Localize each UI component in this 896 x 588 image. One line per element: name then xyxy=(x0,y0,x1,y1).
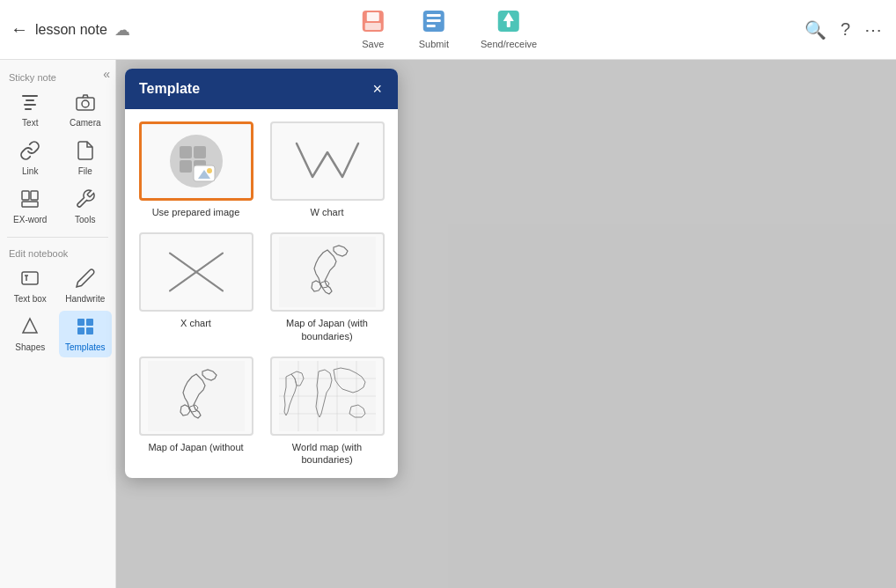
template-label-world-map-boundaries: World map (with boundaries) xyxy=(268,441,386,467)
cloud-sync-icon: ☁ xyxy=(114,20,130,40)
svg-rect-6 xyxy=(427,25,436,27)
template-thumb-w-chart xyxy=(270,121,385,201)
save-button[interactable]: Save xyxy=(343,0,403,55)
sidebar-item-tools[interactable]: Tools xyxy=(59,183,113,230)
world-map-boundaries-preview xyxy=(279,361,376,431)
edit-notebook-grid: Text box Handwrite Shapes Templates xyxy=(0,261,115,359)
sticky-note-section-label: Sticky note xyxy=(0,67,115,85)
template-thumb-map-japan-boundaries xyxy=(270,232,385,312)
template-dialog: Template × xyxy=(125,69,398,478)
sidebar: « Sticky note Text Camera Link File xyxy=(0,60,116,588)
prepared-image-preview xyxy=(157,130,236,192)
template-item-map-japan-without[interactable]: Map of Japan (without xyxy=(134,353,258,470)
svg-rect-16 xyxy=(22,191,29,200)
template-item-x-chart[interactable]: X chart xyxy=(134,229,258,346)
svg-point-15 xyxy=(82,100,89,107)
svg-marker-22 xyxy=(23,319,37,333)
dialog-close-button[interactable]: × xyxy=(371,79,384,99)
textbox-icon xyxy=(19,268,40,291)
sidebar-item-file[interactable]: File xyxy=(59,135,113,181)
svg-rect-29 xyxy=(194,146,206,158)
dialog-header: Template × xyxy=(125,69,398,109)
more-options-button[interactable]: ⋯ xyxy=(861,16,885,44)
w-chart-preview xyxy=(288,135,367,187)
sidebar-item-shapes[interactable]: Shapes xyxy=(4,311,57,357)
sticky-note-grid: Text Camera Link File EX-word xyxy=(0,85,115,232)
file-label: File xyxy=(78,166,92,176)
svg-rect-38 xyxy=(148,361,245,431)
app-title: lesson note xyxy=(35,22,107,38)
template-label-map-japan-boundaries: Map of Japan (with boundaries) xyxy=(268,317,386,342)
svg-rect-19 xyxy=(22,272,38,284)
svg-rect-24 xyxy=(86,319,93,326)
sidebar-divider-1 xyxy=(7,237,108,238)
svg-rect-9 xyxy=(507,20,510,27)
templates-icon xyxy=(75,316,96,340)
back-icon: ← xyxy=(11,19,28,40)
sidebar-item-templates[interactable]: Templates xyxy=(59,311,113,357)
x-chart-preview xyxy=(157,246,236,298)
template-item-w-chart[interactable]: W chart xyxy=(265,118,389,222)
template-thumb-x-chart xyxy=(139,232,253,312)
shapes-label: Shapes xyxy=(15,342,45,352)
svg-rect-4 xyxy=(427,14,441,17)
sidebar-item-handwrite[interactable]: Handwrite xyxy=(59,262,113,309)
text-label: Text xyxy=(22,118,38,128)
handwrite-label: Handwrite xyxy=(65,294,105,304)
svg-rect-30 xyxy=(180,160,192,173)
template-item-prepared-image[interactable]: Use prepared image xyxy=(134,118,258,222)
template-label-x-chart: X chart xyxy=(180,317,211,329)
modal-overlay: Template × xyxy=(116,60,896,588)
sidebar-item-camera[interactable]: Camera xyxy=(59,86,113,133)
template-label-prepared-image: Use prepared image xyxy=(152,206,240,218)
svg-rect-37 xyxy=(279,237,376,307)
edit-notebook-section-label: Edit notebook xyxy=(0,243,115,261)
send-receive-icon xyxy=(495,7,523,35)
sidebar-item-ex-word[interactable]: EX-word xyxy=(4,183,57,230)
svg-rect-5 xyxy=(427,19,441,22)
submit-label: Submit xyxy=(419,39,449,49)
save-icon xyxy=(359,7,387,35)
dialog-body: Use prepared image W chart xyxy=(125,109,398,478)
svg-rect-13 xyxy=(25,108,32,110)
sidebar-item-textbox[interactable]: Text box xyxy=(4,262,57,309)
template-thumb-world-map-boundaries xyxy=(270,356,385,436)
textbox-label: Text box xyxy=(14,294,47,304)
save-label: Save xyxy=(362,39,384,49)
submit-icon xyxy=(420,7,448,35)
svg-rect-12 xyxy=(24,104,36,106)
submit-icon-wrap xyxy=(420,7,448,35)
ex-word-icon xyxy=(19,188,40,212)
sidebar-item-text[interactable]: Text xyxy=(4,86,57,133)
tools-label: Tools xyxy=(75,215,95,224)
help-button[interactable]: ? xyxy=(837,16,854,43)
camera-label: Camera xyxy=(70,118,101,128)
svg-rect-28 xyxy=(180,146,192,158)
camera-icon xyxy=(75,92,96,115)
back-button[interactable]: ← xyxy=(11,19,28,40)
template-item-map-japan-boundaries[interactable]: Map of Japan (with boundaries) xyxy=(265,229,389,346)
template-thumb-map-japan-without xyxy=(139,356,253,436)
link-label: Link xyxy=(22,166,38,176)
zoom-button[interactable]: 🔍 xyxy=(801,16,830,44)
dialog-title: Template xyxy=(139,81,200,97)
svg-rect-11 xyxy=(26,99,34,101)
template-item-world-map-boundaries[interactable]: World map (with boundaries) xyxy=(265,353,389,470)
svg-rect-23 xyxy=(77,319,84,326)
sidebar-item-link[interactable]: Link xyxy=(4,135,57,181)
submit-button[interactable]: Submit xyxy=(403,0,465,55)
tools-icon xyxy=(75,188,96,212)
svg-rect-25 xyxy=(77,327,84,334)
template-thumb-prepared-image xyxy=(139,121,253,201)
template-label-w-chart: W chart xyxy=(311,206,344,218)
svg-rect-26 xyxy=(86,327,93,334)
svg-rect-14 xyxy=(77,98,94,110)
topbar: ← lesson note ☁ Save xyxy=(0,0,896,60)
svg-rect-17 xyxy=(31,191,38,200)
send-receive-button[interactable]: Send/receive xyxy=(465,0,553,55)
svg-rect-10 xyxy=(22,95,38,97)
save-icon-wrap xyxy=(359,7,387,35)
template-grid: Use prepared image W chart xyxy=(134,118,389,469)
sidebar-collapse-button[interactable]: « xyxy=(103,67,110,81)
topbar-center: Save Submit Send/ xyxy=(343,0,553,55)
